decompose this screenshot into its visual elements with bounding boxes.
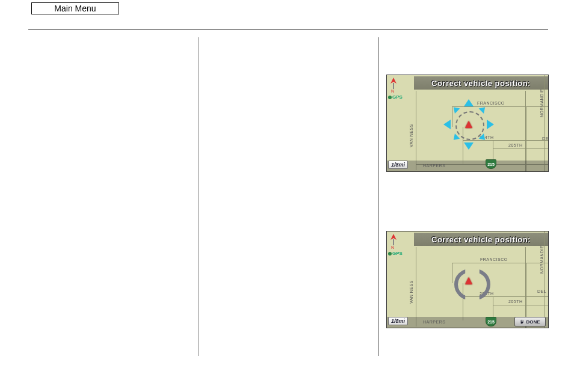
- road-line: [493, 305, 548, 305]
- gps-indicator: GPS: [388, 94, 403, 100]
- svg-text:N: N: [391, 89, 394, 93]
- road-name-van-ness: VAN NESS: [409, 280, 413, 304]
- panel-title: Correct vehicle position:: [414, 76, 548, 90]
- road-name-205th: 205TH: [508, 299, 523, 304]
- hand-icon: [520, 319, 525, 324]
- road-line: [493, 149, 548, 149]
- scroll-left-arrow[interactable]: [443, 120, 451, 129]
- map-scale[interactable]: 1/8mi: [388, 161, 408, 169]
- panel-title: Correct vehicle position:: [414, 233, 548, 246]
- road-line: [545, 231, 545, 328]
- north-indicator: N: [389, 78, 398, 93]
- svg-rect-4: [393, 239, 394, 245]
- svg-marker-0: [390, 78, 397, 84]
- map-scale[interactable]: 1/8mi: [388, 317, 408, 325]
- road-name-205th: 205TH: [508, 143, 523, 147]
- road-name-harpers: HARPERS: [423, 320, 445, 324]
- main-menu-button[interactable]: Main Menu: [31, 2, 119, 14]
- done-button[interactable]: DONE: [514, 317, 546, 326]
- column-divider: [199, 37, 199, 356]
- road-name-harpers: HARPERS: [423, 164, 445, 168]
- scroll-up-arrow[interactable]: [464, 99, 474, 106]
- road-line: [452, 263, 452, 283]
- map-panel-position: Correct vehicle position: N GPS VAN NESS…: [386, 75, 549, 172]
- header-divider: [28, 29, 548, 29]
- svg-text:N: N: [391, 245, 394, 250]
- bottom-strip: [387, 161, 548, 171]
- column-divider: [378, 37, 379, 356]
- gps-status-icon: [388, 96, 392, 99]
- gps-status-icon: [388, 252, 392, 256]
- road-name-normandie: NORMANDIE: [540, 89, 544, 117]
- map-panel-heading: Correct vehicle position: N GPS VAN NESS…: [386, 231, 549, 328]
- road-name-van-ness: VAN NESS: [409, 124, 413, 147]
- road-name-del: DEL: [542, 136, 549, 141]
- road-line: [452, 263, 548, 263]
- road-line: [545, 75, 545, 171]
- scroll-right-arrow[interactable]: [487, 120, 494, 129]
- svg-marker-3: [390, 234, 397, 240]
- scroll-down-arrow[interactable]: [464, 142, 474, 150]
- road-name-francisco: FRANCISCO: [480, 257, 508, 262]
- highway-shield-icon: 215: [486, 159, 496, 169]
- road-line: [416, 91, 416, 170]
- road-line: [463, 296, 548, 297]
- north-indicator: N: [389, 234, 398, 250]
- road-line: [463, 140, 548, 141]
- road-name-normandie: NORMANDIE: [540, 245, 544, 274]
- highway-shield-icon: 215: [486, 317, 496, 326]
- gps-indicator: GPS: [388, 251, 403, 256]
- road-line: [452, 106, 548, 107]
- road-name-del: DEL: [537, 289, 546, 293]
- vehicle-arrow-icon: [465, 121, 472, 128]
- road-name-francisco: FRANCISCO: [477, 101, 505, 105]
- main-menu-label: Main Menu: [54, 4, 96, 13]
- road-line: [525, 91, 526, 106]
- road-line: [416, 247, 416, 326]
- vehicle-arrow-icon: [465, 277, 472, 284]
- svg-rect-1: [393, 83, 394, 89]
- road-line: [525, 247, 526, 263]
